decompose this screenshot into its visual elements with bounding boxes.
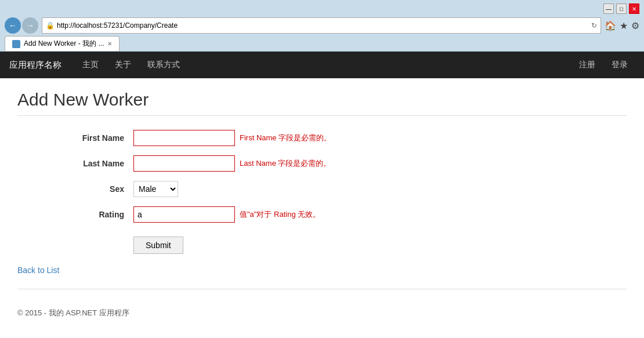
close-button[interactable]: ✕ [629,3,639,14]
submit-button[interactable]: Submit [133,237,183,254]
nav-buttons: ← → [5,17,38,34]
page-title: Add New Worker [17,90,627,110]
forward-nav-button[interactable]: → [22,17,38,34]
first-name-input[interactable] [133,130,235,146]
browser-toolbar: ← → 🔒 ↻ 🏠 ★ ⚙ [5,17,639,34]
favorites-icon[interactable]: ★ [620,20,628,31]
last-name-input[interactable] [133,155,235,172]
last-name-group: Last Name Last Name 字段是必需的。 [17,155,627,172]
site-navbar: 应用程序名称 主页 关于 联系方式 注册 登录 [0,52,644,78]
site-brand[interactable]: 应用程序名称 [9,60,61,71]
window-controls: — □ ✕ [603,3,639,14]
rating-error: 值"a"对于 Rating 无效。 [240,209,320,220]
address-input[interactable] [57,21,589,30]
browser-titlebar: — □ ✕ [5,3,639,14]
form-divider [17,115,627,116]
nav-link-contact[interactable]: 联系方式 [140,53,187,77]
back-to-list-link[interactable]: Back to List [17,266,627,275]
back-nav-button[interactable]: ← [5,17,21,34]
first-name-label: First Name [17,133,133,143]
rating-label: Rating [17,210,133,219]
last-name-error: Last Name 字段是必需的。 [240,158,331,169]
footer: © 2015 - 我的 ASP.NET 应用程序 [0,308,644,328]
last-name-label: Last Name [17,159,133,168]
add-worker-form: First Name First Name 字段是必需的。 Last Name … [17,130,627,254]
nav-link-login[interactable]: 登录 [605,53,635,77]
address-icon: 🔒 [46,21,55,30]
browser-tab[interactable]: Add New Worker - 我的 ... ✕ [5,36,120,51]
first-name-error: First Name 字段是必需的。 [240,133,331,143]
submit-group: Submit [17,232,627,254]
refresh-icon[interactable]: ↻ [591,21,597,30]
home-icon[interactable]: 🏠 [605,20,616,31]
nav-link-about[interactable]: 关于 [108,53,138,77]
nav-link-home[interactable]: 主页 [75,53,106,77]
rating-group: Rating 值"a"对于 Rating 无效。 [17,206,627,223]
sex-group: Sex Male Female [17,181,627,197]
address-bar[interactable]: 🔒 ↻ [42,17,601,34]
tab-bar: Add New Worker - 我的 ... ✕ [5,36,639,51]
site-nav-links: 主页 关于 联系方式 [75,53,187,77]
sex-select[interactable]: Male Female [133,181,178,197]
footer-divider [17,289,627,289]
minimize-button[interactable]: — [603,3,614,14]
tab-favicon [12,40,20,48]
main-content: Add New Worker First Name First Name 字段是… [0,78,644,308]
tab-close-button[interactable]: ✕ [107,41,112,47]
sex-label: Sex [17,184,133,194]
first-name-group: First Name First Name 字段是必需的。 [17,130,627,146]
rating-input[interactable] [133,206,235,223]
footer-text: © 2015 - 我的 ASP.NET 应用程序 [17,308,129,317]
tab-title: Add New Worker - 我的 ... [24,39,104,49]
settings-icon[interactable]: ⚙ [631,20,639,31]
browser-chrome: — □ ✕ ← → 🔒 ↻ 🏠 ★ ⚙ Add New Worker - 我的 … [0,0,644,52]
browser-icons: 🏠 ★ ⚙ [605,20,639,31]
site-nav-right: 注册 登录 [572,53,635,77]
maximize-button[interactable]: □ [616,3,627,14]
nav-link-register[interactable]: 注册 [572,53,602,77]
